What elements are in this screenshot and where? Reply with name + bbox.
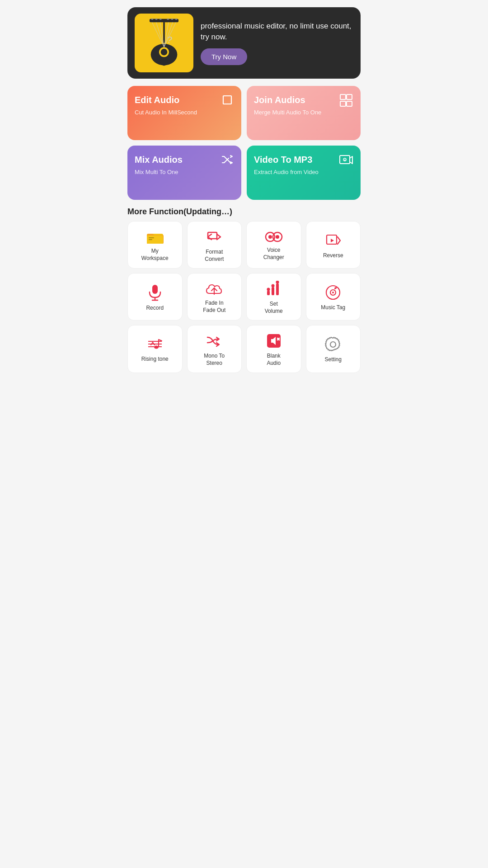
reverse-item[interactable]: Reverse <box>306 221 361 269</box>
music-tag-item[interactable]: Music Tag <box>306 273 361 321</box>
mix-audios-title: Mix Audios <box>135 155 234 165</box>
format-convert-item[interactable]: FormatConvert <box>187 221 242 269</box>
voice-icon <box>264 231 283 243</box>
svg-rect-43 <box>267 291 270 295</box>
mic-icon <box>148 284 162 301</box>
set-volume-item[interactable]: SetVolume <box>246 273 301 321</box>
svg-line-12 <box>156 22 164 47</box>
edit-audio-title: Edit Audio <box>135 95 234 105</box>
rising-tone-label: Rising tone <box>141 356 169 363</box>
svg-point-37 <box>276 235 279 239</box>
svg-point-56 <box>154 346 159 349</box>
svg-point-18 <box>161 57 168 66</box>
setting-label: Setting <box>325 356 342 363</box>
voice-changer-item[interactable]: VoiceChanger <box>246 221 301 269</box>
fade-in-fade-out-item[interactable]: Fade InFade Out <box>187 273 242 321</box>
functions-grid: MyWorkspace FormatConvert VoiceChanger <box>127 221 361 373</box>
setting-item[interactable]: Setting <box>306 325 361 373</box>
edit-audio-subtitle: Cut Audio In MillSecond <box>135 109 234 116</box>
svg-point-36 <box>268 235 272 239</box>
rising-tone-item[interactable]: Rising tone <box>127 325 183 373</box>
svg-rect-6 <box>175 19 178 20</box>
reverse-label: Reverse <box>323 252 343 259</box>
svg-rect-1 <box>151 19 154 20</box>
mix-audios-card[interactable]: Mix Audios Mix Multi To One <box>127 146 241 200</box>
banner-text-content: professional music editor, no limit use … <box>201 21 353 66</box>
join-audios-title: Join Audios <box>254 95 353 105</box>
voice-changer-label: VoiceChanger <box>263 247 284 261</box>
svg-rect-22 <box>340 101 346 106</box>
svg-rect-23 <box>347 101 352 106</box>
my-workspace-item[interactable]: MyWorkspace <box>127 221 183 269</box>
set-volume-label: SetVolume <box>265 301 283 315</box>
svg-rect-39 <box>152 285 158 294</box>
stereo-icon <box>206 333 223 349</box>
feature-cards-grid: Edit Audio Cut Audio In MillSecond Join … <box>127 86 361 200</box>
convert-icon <box>206 229 222 245</box>
shuffle-icon <box>221 153 234 166</box>
svg-rect-19 <box>223 96 231 104</box>
blank-audio-label: BlankAudio <box>267 353 281 367</box>
promo-banner: ? professional music editor, no limit us… <box>127 7 361 79</box>
svg-rect-45 <box>276 283 279 295</box>
join-audios-subtitle: Merge Multi Audio To One <box>254 109 353 116</box>
svg-point-46 <box>267 288 270 291</box>
music-tag-icon <box>325 284 341 301</box>
volume-icon <box>265 281 282 297</box>
mix-audios-subtitle: Mix Multi To One <box>135 169 234 175</box>
svg-rect-5 <box>171 19 174 20</box>
blank-icon <box>266 333 282 349</box>
cloud-icon <box>206 282 223 296</box>
svg-rect-32 <box>149 239 152 240</box>
my-workspace-label: MyWorkspace <box>141 248 169 262</box>
fade-in-fade-out-label: Fade InFade Out <box>203 300 225 314</box>
svg-text:?: ? <box>167 35 172 45</box>
svg-rect-0 <box>150 19 178 22</box>
music-tag-label: Music Tag <box>321 304 345 311</box>
banner-description: professional music editor, no limit use … <box>201 21 353 42</box>
gear-icon <box>325 336 341 353</box>
svg-point-10 <box>161 49 168 56</box>
try-now-button[interactable]: Try Now <box>201 48 247 65</box>
svg-point-51 <box>332 292 334 293</box>
mono-to-stereo-item[interactable]: Mono ToStereo <box>187 325 242 373</box>
svg-point-47 <box>271 284 274 288</box>
video-icon <box>339 153 353 167</box>
rising-icon <box>146 337 164 352</box>
svg-rect-3 <box>160 19 162 20</box>
video-to-mp3-title: Video To MP3 <box>254 155 353 165</box>
blank-audio-item[interactable]: BlankAudio <box>246 325 301 373</box>
join-audios-card[interactable]: Join Audios Merge Multi Audio To One <box>247 86 361 140</box>
svg-rect-7 <box>163 22 165 43</box>
edit-audio-card[interactable]: Edit Audio Cut Audio In MillSecond <box>127 86 241 140</box>
record-item[interactable]: Record <box>127 273 183 321</box>
reverse-icon <box>325 232 341 249</box>
format-convert-label: FormatConvert <box>205 249 224 263</box>
mono-to-stereo-label: Mono ToStereo <box>204 353 225 367</box>
svg-rect-31 <box>149 237 154 238</box>
svg-point-62 <box>330 342 336 347</box>
svg-rect-2 <box>155 19 158 20</box>
merge-icon <box>339 93 353 108</box>
banner-image: ? <box>135 14 193 72</box>
svg-rect-4 <box>167 19 169 20</box>
more-functions-title: More Function(Updating…) <box>127 207 361 217</box>
video-to-mp3-card[interactable]: Video To MP3 Extract Audio from Video <box>247 146 361 200</box>
svg-rect-21 <box>347 94 352 99</box>
video-to-mp3-subtitle: Extract Audio from Video <box>254 169 353 175</box>
svg-rect-44 <box>272 287 274 295</box>
svg-rect-20 <box>340 94 346 99</box>
crop-icon <box>221 93 234 107</box>
folder-icon <box>146 230 164 244</box>
record-label: Record <box>146 305 164 312</box>
svg-point-48 <box>276 281 279 284</box>
